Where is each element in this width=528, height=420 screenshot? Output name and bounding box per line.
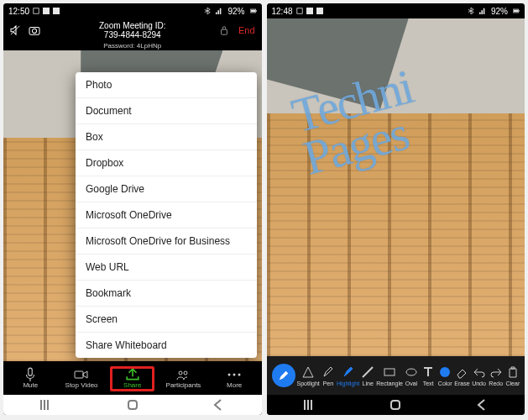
rectangle-button[interactable]: Rectangle: [376, 365, 403, 386]
share-menu: Photo Document Box Dropbox Google Drive …: [76, 72, 257, 358]
share-label: Share: [123, 381, 141, 389]
notif-icon-2: [53, 8, 60, 14]
clear-button[interactable]: Clear: [504, 365, 521, 386]
svg-rect-9: [29, 368, 33, 375]
password-label: Password: 4LpHNp: [3, 42, 262, 50]
notif-icon: [43, 8, 50, 14]
svg-point-25: [440, 367, 450, 377]
camera-view: Photo Document Box Dropbox Google Drive …: [3, 50, 262, 361]
share-item-dropbox[interactable]: Dropbox: [76, 150, 257, 176]
erase-label: Erase: [454, 381, 469, 386]
mute-label: Mute: [23, 381, 38, 389]
annotation-canvas[interactable]: Techni Pages: [267, 18, 525, 356]
svg-rect-10: [75, 371, 83, 378]
svg-point-24: [406, 369, 416, 375]
undo-label: Undo: [472, 381, 486, 386]
spotlight-button[interactable]: Spotlight: [297, 365, 320, 386]
svg-point-13: [228, 374, 231, 376]
svg-rect-26: [391, 401, 400, 409]
svg-rect-2: [53, 8, 60, 14]
svg-rect-21: [514, 10, 518, 13]
share-item-googledrive[interactable]: Google Drive: [76, 176, 257, 202]
svg-rect-23: [384, 369, 395, 375]
volte-icon: [296, 8, 303, 14]
status-battery: 92%: [227, 7, 244, 16]
signal-icon: [479, 8, 486, 14]
signal-icon: [216, 8, 222, 14]
share-item-onedrive[interactable]: Microsoft OneDrive: [76, 202, 257, 228]
pen-label: Pen: [323, 381, 333, 386]
participants-label: Participants: [166, 381, 201, 389]
volte-icon: [33, 8, 39, 14]
share-item-box[interactable]: Box: [76, 123, 257, 150]
zoom-header: Zoom Meeting ID: 739-4844-8294 End: [3, 18, 262, 42]
highlight-label: Highlight: [337, 381, 359, 386]
svg-rect-4: [250, 10, 254, 13]
android-nav: [3, 395, 262, 415]
stop-video-button[interactable]: Stop Video: [56, 369, 107, 389]
share-item-photo[interactable]: Photo: [76, 72, 257, 97]
more-label: More: [227, 381, 242, 389]
lock-icon: [218, 25, 230, 35]
redo-label: Redo: [489, 381, 503, 386]
oval-button[interactable]: Oval: [403, 365, 420, 386]
status-bar: 12:48 92%: [267, 3, 525, 18]
battery-icon: [250, 8, 257, 14]
svg-rect-17: [296, 8, 301, 13]
more-button[interactable]: More: [209, 369, 260, 389]
camera-flip-icon[interactable]: [29, 25, 40, 35]
svg-rect-19: [316, 8, 323, 14]
share-item-weburl[interactable]: Web URL: [76, 254, 257, 280]
status-battery: 92%: [491, 7, 508, 16]
share-button[interactable]: Share: [107, 369, 158, 389]
text-button[interactable]: Text: [420, 365, 437, 386]
rectangle-label: Rectangle: [376, 381, 403, 386]
share-item-onedrive-biz[interactable]: Microsoft OneDrive for Business: [76, 228, 257, 254]
status-time: 12:48: [272, 7, 293, 16]
highlight-button[interactable]: Highlight: [337, 365, 359, 386]
status-time: 12:50: [8, 7, 29, 16]
svg-point-12: [184, 371, 187, 375]
end-button[interactable]: End: [238, 25, 255, 35]
color-label: Color: [438, 381, 452, 386]
share-item-bookmark[interactable]: Bookmark: [76, 280, 257, 306]
share-item-screen[interactable]: Screen: [76, 306, 257, 332]
svg-rect-16: [128, 401, 137, 409]
svg-rect-1: [43, 8, 50, 14]
mute-button[interactable]: Mute: [5, 369, 56, 389]
annotation-toggle-button[interactable]: [272, 364, 295, 387]
erase-button[interactable]: Erase: [453, 365, 470, 386]
share-item-document[interactable]: Document: [76, 97, 257, 123]
line-button[interactable]: Line: [359, 365, 376, 386]
svg-rect-8: [221, 29, 227, 34]
color-button[interactable]: Color: [437, 365, 453, 386]
redo-button[interactable]: Redo: [488, 365, 504, 386]
participants-button[interactable]: Participants: [158, 369, 209, 389]
notif-icon: [306, 8, 313, 14]
oval-label: Oval: [405, 381, 417, 386]
back-icon[interactable]: [211, 397, 226, 412]
svg-rect-5: [255, 10, 256, 11]
home-icon[interactable]: [388, 397, 403, 412]
undo-button[interactable]: Undo: [470, 365, 487, 386]
zoom-bottom-toolbar: Mute Stop Video Share Participants More: [3, 361, 262, 395]
back-icon[interactable]: [474, 397, 489, 412]
notif-icon-2: [316, 8, 323, 14]
pen-button[interactable]: Pen: [320, 365, 337, 386]
recents-icon[interactable]: [302, 397, 317, 412]
svg-rect-18: [306, 8, 313, 14]
clear-label: Clear: [505, 381, 520, 386]
svg-rect-22: [519, 10, 520, 11]
bluetooth-icon: [204, 8, 211, 14]
svg-rect-0: [34, 8, 39, 13]
bluetooth-icon: [468, 8, 474, 14]
stop-video-label: Stop Video: [65, 381, 98, 389]
recents-icon[interactable]: [39, 397, 54, 412]
share-item-whiteboard[interactable]: Share Whiteboard: [76, 332, 257, 358]
phone-left: 12:50 92% Zoom Meeting ID: 739-4844-8294…: [3, 3, 262, 415]
speaker-icon[interactable]: [10, 25, 22, 35]
status-bar: 12:50 92%: [3, 3, 262, 18]
svg-point-14: [233, 374, 236, 376]
home-icon[interactable]: [125, 397, 140, 412]
annotation-toolbar: Spotlight Pen Highlight Line Rectangle O…: [267, 356, 525, 395]
